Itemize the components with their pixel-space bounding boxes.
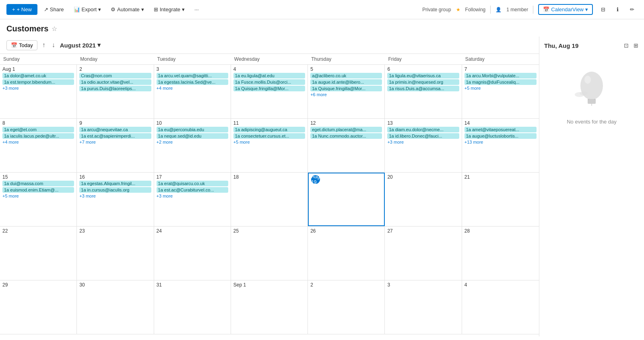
month-label[interactable]: August 2021 ▾ bbox=[60, 41, 101, 49]
cal-cell[interactable]: 23 bbox=[77, 227, 154, 280]
more-events-link[interactable]: +3 more bbox=[157, 194, 228, 198]
cal-cell[interactable]: 26 bbox=[308, 227, 385, 280]
event-pill[interactable]: 1a augue@luctuslobortis... bbox=[464, 133, 537, 139]
event-pill[interactable]: 1a est.tempor.bibendum... bbox=[2, 79, 74, 85]
cal-cell[interactable]: 91a arcu@nequevitae.ca1a est.ac@sapienim… bbox=[77, 119, 154, 172]
cal-cell[interactable]: 2 bbox=[308, 280, 385, 334]
cal-cell[interactable]: 31a arcu.vel.quam@sagitti...1a egestas.l… bbox=[154, 65, 231, 118]
more-events-link[interactable]: +4 more bbox=[157, 86, 228, 91]
cal-cell[interactable]: 101a eu@perconubia.edu1a neque.sed@id.ed… bbox=[154, 119, 231, 172]
event-pill[interactable]: 1a egestas.lacinia.Sed@ve... bbox=[157, 79, 228, 85]
cal-cell[interactable]: 22 bbox=[0, 227, 77, 280]
event-pill[interactable]: 1a est.ac@sapienimperdi... bbox=[79, 133, 151, 139]
prev-month-button[interactable]: ↑ bbox=[41, 40, 47, 50]
event-pill[interactable]: 1a eget@et.com bbox=[2, 127, 74, 132]
event-pill[interactable]: 1a dui@massa.com bbox=[2, 181, 74, 186]
more-events-link[interactable]: +5 more bbox=[233, 140, 305, 144]
event-pill[interactable]: 1a eu.ligula@at.edu bbox=[233, 73, 305, 78]
cal-cell[interactable]: 151a dui@massa.com1a euismod.enim.Etiam@… bbox=[0, 173, 77, 226]
event-pill[interactable]: 1a arcu.vel.quam@sagitti... bbox=[157, 73, 228, 78]
more-events-link[interactable]: +3 more bbox=[387, 140, 459, 144]
event-pill[interactable]: a@aclibero.co.uk bbox=[310, 73, 382, 78]
new-button[interactable]: + + New bbox=[6, 4, 37, 15]
panel-grid-button[interactable]: ⊞ bbox=[633, 41, 639, 49]
cal-cell[interactable]: 71a arcu.Morbi@vulputate...1a magnis@dui… bbox=[462, 65, 539, 118]
cal-cell[interactable]: Aug 19 bbox=[308, 173, 385, 226]
cal-cell[interactable]: 18 bbox=[231, 173, 308, 226]
event-pill[interactable]: 1a arcu.Morbi@vulputate... bbox=[464, 73, 537, 78]
more-events-link[interactable]: +5 more bbox=[2, 194, 74, 198]
cal-cell[interactable]: 21 bbox=[462, 173, 539, 226]
more-events-link[interactable]: +3 more bbox=[2, 86, 74, 91]
event-pill[interactable]: 1a erat@quisarcu.co.uk bbox=[157, 181, 228, 186]
more-events-link[interactable]: +6 more bbox=[310, 92, 382, 97]
cal-cell[interactable]: 24 bbox=[154, 227, 231, 280]
automate-button[interactable]: ⚙ Automate ▾ bbox=[107, 5, 147, 14]
event-pill[interactable]: 1a magnis@duiFuscealiq... bbox=[464, 79, 537, 85]
event-pill[interactable]: 1a dolor@amet.co.uk bbox=[2, 73, 74, 78]
favorite-icon[interactable]: ☆ bbox=[52, 25, 57, 33]
event-pill[interactable]: 1a euismod.enim.Etiam@... bbox=[2, 187, 74, 193]
cal-cell[interactable]: 5a@aclibero.co.uk1a augue.id.ante@libero… bbox=[308, 65, 385, 118]
more-events-link[interactable]: +2 more bbox=[157, 140, 228, 144]
event-pill[interactable]: 1a adipiscing@augueut.ca bbox=[233, 127, 305, 132]
event-pill[interactable]: 1a in.cursus@iaculis.org bbox=[79, 187, 151, 193]
cal-cell[interactable]: 27 bbox=[385, 227, 462, 280]
more-events-link[interactable]: +5 more bbox=[464, 86, 537, 91]
calendar-view-button[interactable]: 📅 CalendarView ▾ bbox=[538, 4, 593, 15]
panel-expand-button[interactable]: ⊡ bbox=[623, 41, 630, 49]
cal-cell[interactable]: 4 bbox=[462, 280, 539, 334]
event-pill[interactable]: 1a augue.id.ante@libero... bbox=[310, 79, 382, 85]
event-pill[interactable]: 1a consectetuer.cursus.et... bbox=[233, 133, 305, 139]
event-pill[interactable]: 1a eu@perconubia.edu bbox=[157, 127, 228, 132]
cal-cell[interactable]: 3 bbox=[385, 280, 462, 334]
cal-cell[interactable]: 131a diam.eu.dolor@necme...1a id.libero.… bbox=[385, 119, 462, 172]
event-pill[interactable]: 1a arcu@nequevitae.ca bbox=[79, 127, 151, 132]
integrate-button[interactable]: ⊞ Integrate ▾ bbox=[151, 5, 188, 14]
cal-cell[interactable]: 81a eget@et.com1a iaculis.lacus.pede@ult… bbox=[0, 119, 77, 172]
more-events-link[interactable]: +3 more bbox=[79, 194, 151, 198]
event-pill[interactable]: Cras@non.com bbox=[79, 73, 151, 78]
event-pill[interactable]: 1a diam.eu.dolor@necme... bbox=[387, 127, 459, 132]
cal-cell[interactable]: 41a eu.ligula@at.edu1a Fusce.mollis.Duis… bbox=[231, 65, 308, 118]
event-pill[interactable]: 1a purus.Duis@laoreetips... bbox=[79, 86, 151, 91]
cal-cell[interactable]: 30 bbox=[77, 280, 154, 334]
more-button[interactable]: ··· bbox=[191, 5, 202, 14]
event-pill[interactable]: 1a Quisque.fringilla@Mor... bbox=[233, 86, 305, 91]
more-events-link[interactable]: +13 more bbox=[464, 140, 537, 144]
today-button[interactable]: 📅 Today bbox=[6, 40, 37, 50]
event-pill[interactable]: 1a id.libero.Donec@fauci... bbox=[387, 133, 459, 139]
cal-cell[interactable]: 25 bbox=[231, 227, 308, 280]
event-pill[interactable]: 1a Quisque.fringilla@Mor... bbox=[310, 86, 382, 91]
export-button[interactable]: 📊 Export ▾ bbox=[70, 5, 105, 14]
more-events-link[interactable]: +4 more bbox=[2, 140, 74, 144]
cal-cell[interactable]: Sep 1 bbox=[231, 280, 308, 334]
more-events-link[interactable]: +7 more bbox=[79, 140, 151, 144]
event-pill[interactable]: 1a neque.sed@id.edu bbox=[157, 133, 228, 139]
share-button[interactable]: ↗ Share bbox=[41, 5, 67, 14]
cal-cell[interactable]: 2Cras@non.com1a odio.auctor.vitae@vel...… bbox=[77, 65, 154, 118]
event-pill[interactable]: 1a primis.in@nequesed.org bbox=[387, 79, 459, 85]
info-button[interactable]: ℹ bbox=[613, 5, 622, 14]
cal-cell[interactable]: 31 bbox=[154, 280, 231, 334]
cal-cell[interactable]: 141a amet@vitaeposuereat...1a augue@luct… bbox=[462, 119, 539, 172]
event-pill[interactable]: 1a est.ac@Curabiturvel.co... bbox=[157, 187, 228, 193]
cal-cell[interactable]: 61a ligula.eu@vitaerisus.ca1a primis.in@… bbox=[385, 65, 462, 118]
event-pill[interactable]: 1a amet@vitaeposuereat... bbox=[464, 127, 537, 132]
event-pill[interactable]: 1a Nunc.commodo.auctor... bbox=[310, 133, 382, 139]
cal-cell[interactable]: 28 bbox=[462, 227, 539, 280]
event-pill[interactable]: 1a risus.Duis.a@accumsa... bbox=[387, 86, 459, 91]
filter-button[interactable]: ⊟ bbox=[598, 5, 609, 14]
cal-cell[interactable]: Aug 11a dolor@amet.co.uk1a est.tempor.bi… bbox=[0, 65, 77, 118]
cal-cell[interactable]: 12eget.dictum.placerat@ma...1a Nunc.comm… bbox=[308, 119, 385, 172]
cal-cell[interactable]: 111a adipiscing@augueut.ca1a consectetue… bbox=[231, 119, 308, 172]
event-pill[interactable]: 1a egestas.Aliquam.fringil... bbox=[79, 181, 151, 186]
cal-cell[interactable]: 171a erat@quisarcu.co.uk1a est.ac@Curabi… bbox=[154, 173, 231, 226]
cal-cell[interactable]: 20 bbox=[385, 173, 462, 226]
cal-cell[interactable]: 29 bbox=[0, 280, 77, 334]
event-pill[interactable]: 1a Fusce.mollis.Duis@orci... bbox=[233, 79, 305, 85]
event-pill[interactable]: 1a iaculis.lacus.pede@ultr... bbox=[2, 133, 74, 139]
edit-button[interactable]: ✏ bbox=[627, 5, 638, 14]
next-month-button[interactable]: ↓ bbox=[50, 40, 57, 50]
cal-cell[interactable]: 161a egestas.Aliquam.fringil...1a in.cur… bbox=[77, 173, 154, 226]
